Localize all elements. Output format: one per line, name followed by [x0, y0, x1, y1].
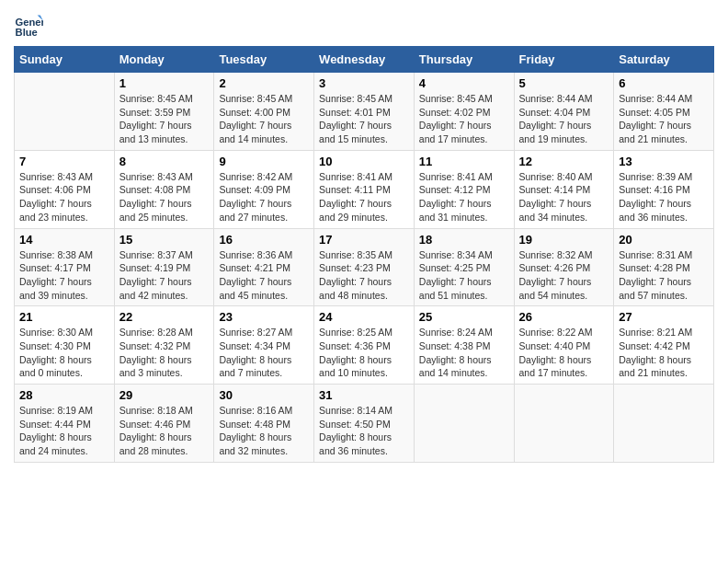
weekday-header-row: SundayMondayTuesdayWednesdayThursdayFrid… — [15, 47, 714, 73]
svg-text:General: General — [16, 17, 43, 28]
day-detail: Sunrise: 8:39 AMSunset: 4:16 PMDaylight:… — [619, 171, 692, 223]
weekday-header-sunday: Sunday — [15, 47, 115, 73]
calendar-cell — [414, 385, 514, 463]
day-number: 6 — [619, 76, 709, 90]
day-number: 3 — [319, 76, 409, 90]
day-number: 1 — [119, 76, 210, 90]
day-number: 7 — [19, 155, 109, 168]
day-number: 11 — [419, 155, 509, 168]
calendar-cell: 22 Sunrise: 8:28 AMSunset: 4:32 PMDaylig… — [114, 306, 214, 385]
calendar-cell: 29 Sunrise: 8:18 AMSunset: 4:46 PMDaylig… — [114, 385, 214, 463]
day-number: 30 — [219, 388, 309, 402]
day-number: 14 — [19, 233, 109, 247]
calendar-cell: 26 Sunrise: 8:22 AMSunset: 4:40 PMDaylig… — [514, 306, 614, 385]
day-number: 15 — [119, 233, 210, 247]
calendar-cell: 16 Sunrise: 8:36 AMSunset: 4:21 PMDaylig… — [214, 228, 314, 306]
day-detail: Sunrise: 8:24 AMSunset: 4:38 PMDaylight:… — [419, 327, 493, 378]
day-number: 2 — [219, 76, 309, 90]
day-number: 12 — [519, 155, 609, 168]
calendar-week-row: 14 Sunrise: 8:38 AMSunset: 4:17 PMDaylig… — [15, 228, 714, 306]
calendar-week-row: 28 Sunrise: 8:19 AMSunset: 4:44 PMDaylig… — [15, 385, 714, 463]
calendar-cell: 31 Sunrise: 8:14 AMSunset: 4:50 PMDaylig… — [314, 385, 415, 463]
calendar-cell — [514, 385, 614, 463]
day-detail: Sunrise: 8:44 AMSunset: 4:05 PMDaylight:… — [619, 93, 692, 144]
calendar-cell: 3 Sunrise: 8:45 AMSunset: 4:01 PMDayligh… — [314, 73, 415, 151]
calendar-cell: 12 Sunrise: 8:40 AMSunset: 4:14 PMDaylig… — [514, 150, 614, 228]
day-detail: Sunrise: 8:38 AMSunset: 4:17 PMDaylight:… — [19, 249, 93, 301]
day-detail: Sunrise: 8:42 AMSunset: 4:09 PMDaylight:… — [219, 171, 292, 223]
calendar-cell: 6 Sunrise: 8:44 AMSunset: 4:05 PMDayligh… — [614, 73, 714, 151]
calendar-cell: 20 Sunrise: 8:31 AMSunset: 4:28 PMDaylig… — [614, 228, 714, 306]
day-number: 9 — [219, 155, 309, 168]
calendar-body: 1 Sunrise: 8:45 AMSunset: 3:59 PMDayligh… — [15, 73, 714, 463]
day-detail: Sunrise: 8:18 AMSunset: 4:46 PMDaylight:… — [119, 405, 193, 456]
day-detail: Sunrise: 8:45 AMSunset: 4:01 PMDaylight:… — [319, 93, 392, 144]
calendar-week-row: 1 Sunrise: 8:45 AMSunset: 3:59 PMDayligh… — [15, 73, 714, 151]
day-number: 8 — [119, 155, 210, 168]
day-detail: Sunrise: 8:45 AMSunset: 4:00 PMDaylight:… — [219, 93, 292, 144]
day-detail: Sunrise: 8:27 AMSunset: 4:34 PMDaylight:… — [219, 327, 292, 378]
calendar-cell: 8 Sunrise: 8:43 AMSunset: 4:08 PMDayligh… — [114, 150, 214, 228]
day-number: 28 — [19, 388, 109, 402]
calendar-cell: 25 Sunrise: 8:24 AMSunset: 4:38 PMDaylig… — [414, 306, 514, 385]
day-detail: Sunrise: 8:43 AMSunset: 4:06 PMDaylight:… — [19, 171, 93, 223]
day-detail: Sunrise: 8:14 AMSunset: 4:50 PMDaylight:… — [319, 405, 392, 456]
weekday-header-thursday: Thursday — [414, 47, 514, 73]
calendar-cell: 28 Sunrise: 8:19 AMSunset: 4:44 PMDaylig… — [15, 385, 115, 463]
day-detail: Sunrise: 8:37 AMSunset: 4:19 PMDaylight:… — [119, 249, 193, 301]
day-detail: Sunrise: 8:30 AMSunset: 4:30 PMDaylight:… — [19, 327, 93, 378]
calendar-header: SundayMondayTuesdayWednesdayThursdayFrid… — [15, 47, 714, 73]
day-detail: Sunrise: 8:35 AMSunset: 4:23 PMDaylight:… — [319, 249, 392, 301]
weekday-header-monday: Monday — [114, 47, 214, 73]
day-number: 23 — [219, 310, 309, 324]
weekday-header-tuesday: Tuesday — [214, 47, 314, 73]
day-detail: Sunrise: 8:41 AMSunset: 4:11 PMDaylight:… — [319, 171, 392, 223]
day-detail: Sunrise: 8:19 AMSunset: 4:44 PMDaylight:… — [19, 405, 93, 456]
calendar-cell: 9 Sunrise: 8:42 AMSunset: 4:09 PMDayligh… — [214, 150, 314, 228]
calendar-cell — [614, 385, 714, 463]
calendar-cell: 10 Sunrise: 8:41 AMSunset: 4:11 PMDaylig… — [314, 150, 415, 228]
day-detail: Sunrise: 8:25 AMSunset: 4:36 PMDaylight:… — [319, 327, 392, 378]
day-number: 21 — [19, 310, 109, 324]
day-number: 20 — [619, 233, 709, 247]
day-detail: Sunrise: 8:45 AMSunset: 4:02 PMDaylight:… — [419, 93, 493, 144]
day-detail: Sunrise: 8:41 AMSunset: 4:12 PMDaylight:… — [419, 171, 493, 223]
day-number: 19 — [519, 233, 609, 247]
calendar-cell: 7 Sunrise: 8:43 AMSunset: 4:06 PMDayligh… — [15, 150, 115, 228]
calendar-cell: 18 Sunrise: 8:34 AMSunset: 4:25 PMDaylig… — [414, 228, 514, 306]
calendar-cell — [15, 73, 115, 151]
day-number: 4 — [419, 76, 509, 90]
day-number: 22 — [119, 310, 210, 324]
day-detail: Sunrise: 8:36 AMSunset: 4:21 PMDaylight:… — [219, 249, 292, 301]
calendar-week-row: 21 Sunrise: 8:30 AMSunset: 4:30 PMDaylig… — [15, 306, 714, 385]
calendar-cell: 1 Sunrise: 8:45 AMSunset: 3:59 PMDayligh… — [114, 73, 214, 151]
calendar-cell: 23 Sunrise: 8:27 AMSunset: 4:34 PMDaylig… — [214, 306, 314, 385]
day-number: 25 — [419, 310, 509, 324]
day-number: 18 — [419, 233, 509, 247]
calendar-cell: 27 Sunrise: 8:21 AMSunset: 4:42 PMDaylig… — [614, 306, 714, 385]
day-number: 24 — [319, 310, 409, 324]
calendar-cell: 14 Sunrise: 8:38 AMSunset: 4:17 PMDaylig… — [15, 228, 115, 306]
day-number: 27 — [619, 310, 709, 324]
day-detail: Sunrise: 8:21 AMSunset: 4:42 PMDaylight:… — [619, 327, 692, 378]
calendar-cell: 2 Sunrise: 8:45 AMSunset: 4:00 PMDayligh… — [214, 73, 314, 151]
calendar-cell: 11 Sunrise: 8:41 AMSunset: 4:12 PMDaylig… — [414, 150, 514, 228]
calendar-cell: 17 Sunrise: 8:35 AMSunset: 4:23 PMDaylig… — [314, 228, 415, 306]
day-number: 17 — [319, 233, 409, 247]
calendar-cell: 19 Sunrise: 8:32 AMSunset: 4:26 PMDaylig… — [514, 228, 614, 306]
day-detail: Sunrise: 8:31 AMSunset: 4:28 PMDaylight:… — [619, 249, 692, 301]
day-detail: Sunrise: 8:34 AMSunset: 4:25 PMDaylight:… — [419, 249, 493, 301]
day-number: 5 — [519, 76, 609, 90]
calendar-table: SundayMondayTuesdayWednesdayThursdayFrid… — [14, 46, 714, 463]
day-detail: Sunrise: 8:45 AMSunset: 3:59 PMDaylight:… — [119, 93, 193, 144]
day-detail: Sunrise: 8:40 AMSunset: 4:14 PMDaylight:… — [519, 171, 593, 223]
day-number: 16 — [219, 233, 309, 247]
calendar-cell: 30 Sunrise: 8:16 AMSunset: 4:48 PMDaylig… — [214, 385, 314, 463]
logo: General Blue — [14, 9, 47, 39]
calendar-week-row: 7 Sunrise: 8:43 AMSunset: 4:06 PMDayligh… — [15, 150, 714, 228]
weekday-header-wednesday: Wednesday — [314, 47, 415, 73]
day-detail: Sunrise: 8:22 AMSunset: 4:40 PMDaylight:… — [519, 327, 593, 378]
calendar-cell: 15 Sunrise: 8:37 AMSunset: 4:19 PMDaylig… — [114, 228, 214, 306]
day-number: 26 — [519, 310, 609, 324]
day-number: 13 — [619, 155, 709, 168]
